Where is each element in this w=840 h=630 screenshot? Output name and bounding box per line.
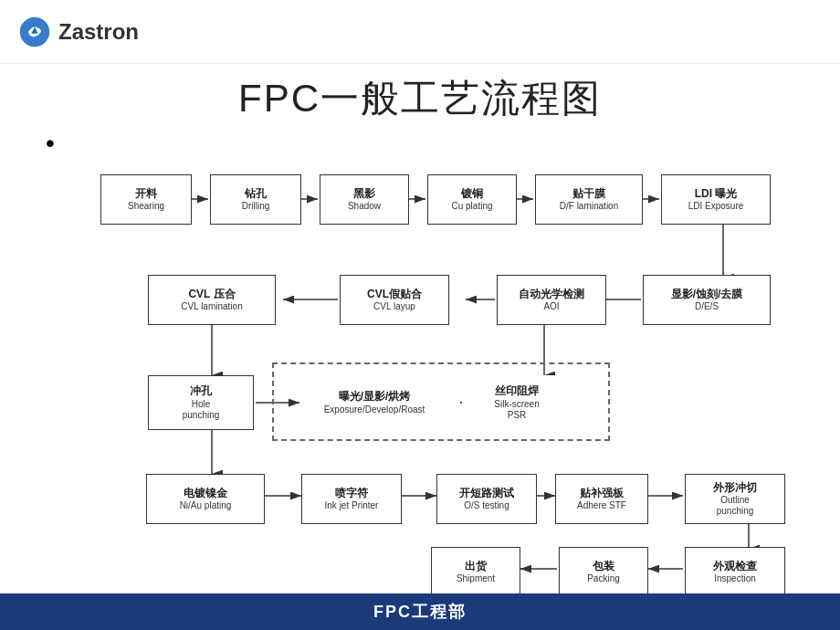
df-lamination-box: 贴干膜 D/F lamination — [535, 174, 643, 225]
des-box: 显影/蚀刻/去膜 D/E/S — [643, 275, 771, 325]
shipment-box: 出货 Shipment — [431, 547, 520, 597]
flow-diagram: 开料 Shearing 钻孔 Drilling 黑影 Shadow 镀铜 Cu … — [27, 156, 813, 576]
os-testing-box: 开短路测试 O/S testing — [436, 474, 537, 524]
outline-punching-box: 外形冲切 Outlinepunching — [685, 474, 785, 524]
drilling-box: 钻孔 Drilling — [210, 174, 301, 225]
bullet-point: • — [46, 129, 55, 157]
inspection-box: 外观检查 Inspection — [685, 547, 785, 597]
logo-icon — [18, 16, 51, 48]
title-section: FPC一般工艺流程图 — [0, 64, 840, 129]
exposure-develop-box: 曝光/显影/烘烤 Exposure/Develop/Roast — [301, 375, 447, 430]
footer: FPC工程部 — [0, 593, 840, 630]
aoi-box: 自动光学检测 AOI — [497, 275, 606, 325]
packing-box: 包装 Packing — [559, 547, 648, 597]
shearing-box: 开料 Shearing — [100, 174, 192, 225]
logo-text: Zastron — [58, 19, 139, 45]
footer-text: FPC工程部 — [373, 601, 467, 623]
ink-jet-box: 喷字符 Ink jet Printer — [301, 474, 402, 524]
shadow-box: 黑影 Shadow — [320, 174, 409, 225]
adhere-stf-box: 贴补强板 Adhere STF — [555, 474, 648, 524]
ni-au-box: 电镀镍金 Ni/Au plating — [146, 474, 265, 524]
cu-plating-box: 镀铜 Cu plating — [427, 174, 517, 225]
header: Zastron — [0, 0, 840, 64]
logo: Zastron — [18, 16, 139, 48]
cvl-layup-box: CVL假贴合 CVL layup — [340, 275, 449, 325]
main-title: FPC一般工艺流程图 — [0, 73, 840, 124]
hole-punching-box: 冲孔 Holepunching — [148, 375, 254, 430]
ldi-exposure-box: LDI 曝光 LDI Exposure — [661, 174, 771, 225]
flow-diagram-container: 开料 Shearing 钻孔 Drilling 黑影 Shadow 镀铜 Cu … — [0, 156, 840, 576]
cvl-lamination-box: CVL 压合 CVL lamination — [148, 275, 276, 325]
silk-psr-box: 丝印阻焊 Silk-screenPSR — [462, 375, 572, 430]
